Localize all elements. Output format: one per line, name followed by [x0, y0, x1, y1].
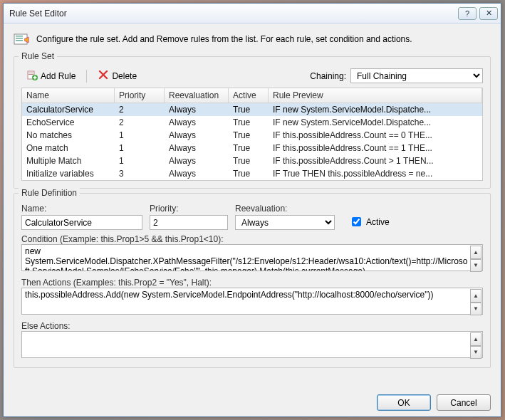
svg-rect-6	[28, 74, 33, 75]
priority-input[interactable]	[150, 215, 228, 230]
cell-name: Initialize variables	[22, 167, 115, 180]
help-button[interactable]: ?	[458, 7, 477, 20]
content-area: Configure the rule set. Add and Remove r…	[4, 23, 501, 389]
else-label: Else Actions:	[21, 321, 483, 331]
cell-name: EchoService	[22, 116, 115, 129]
cell-preview: IF new System.ServiceModel.Dispatche...	[269, 103, 482, 116]
chaining-select[interactable]: Full Chaining	[350, 68, 483, 83]
add-rule-icon	[26, 69, 38, 83]
active-checkbox[interactable]	[352, 217, 361, 226]
cell-active: True	[229, 142, 269, 154]
cell-reeval: Always	[165, 154, 229, 167]
svg-rect-3	[16, 40, 23, 41]
col-preview[interactable]: Rule Preview	[269, 88, 482, 103]
cell-reeval: Always	[165, 142, 229, 154]
grid-header: Name Priority Reevaluation Active Rule P…	[22, 88, 482, 103]
rules-grid: Name Priority Reevaluation Active Rule P…	[21, 88, 483, 181]
then-spinner[interactable]: ▲▼	[470, 289, 481, 315]
name-label: Name:	[21, 204, 142, 214]
svg-rect-9	[33, 77, 37, 78]
col-reeval[interactable]: Reevaluation	[165, 88, 229, 103]
table-row[interactable]: EchoService2AlwaysTrueIF new System.Serv…	[22, 116, 482, 129]
table-row[interactable]: Multiple Match1AlwaysTrueIF this.possibl…	[22, 154, 482, 167]
intro-row: Configure the rule set. Add and Remove r…	[14, 29, 491, 52]
delete-label: Delete	[112, 71, 137, 81]
table-row[interactable]: CalculatorService2AlwaysTrueIF new Syste…	[22, 103, 482, 116]
svg-rect-1	[16, 36, 23, 37]
svg-rect-5	[28, 73, 33, 73]
cell-active: True	[229, 167, 269, 180]
add-rule-button[interactable]: Add Rule	[21, 67, 80, 85]
cell-name: CalculatorService	[22, 103, 115, 116]
cell-name: No matches	[22, 129, 115, 142]
else-textarea[interactable]	[21, 331, 483, 358]
else-spinner[interactable]: ▲▼	[470, 332, 481, 359]
window-title: Rule Set Editor	[9, 9, 455, 19]
col-priority[interactable]: Priority	[115, 88, 165, 103]
toolbar: Add Rule Delete Chaining: Full Chaining	[21, 67, 483, 85]
cell-active: True	[229, 116, 269, 129]
close-button[interactable]: ✕	[479, 7, 498, 20]
toolbar-separator	[86, 70, 87, 83]
cell-priority: 1	[115, 142, 165, 154]
chaining-row: Chaining: Full Chaining	[310, 68, 483, 83]
ruleset-group: Rule Set Add Rule Delete Chaining: Full …	[14, 56, 491, 189]
cell-priority: 2	[115, 103, 165, 116]
ok-button[interactable]: OK	[377, 394, 431, 411]
table-row[interactable]: No matches1AlwaysTrueIF this.possibleAdd…	[22, 129, 482, 142]
col-active[interactable]: Active	[229, 88, 269, 103]
cell-preview: IF True THEN this.possibleAddress = ne..…	[269, 167, 482, 180]
cell-preview: IF this.possibleAddress.Count > 1 THEN..…	[269, 154, 482, 167]
condition-textarea[interactable]: new System.ServiceModel.Dispatcher.XPath…	[21, 244, 483, 271]
cell-preview: IF new System.ServiceModel.Dispatche...	[269, 116, 482, 129]
delete-button[interactable]: Delete	[93, 67, 142, 85]
cell-name: One match	[22, 142, 115, 154]
cell-reeval: Always	[165, 129, 229, 142]
rule-definition-group: Rule Definition Name: Priority: Reevalua…	[14, 193, 491, 368]
chaining-label: Chaining:	[310, 71, 346, 81]
dialog-window: Rule Set Editor ? ✕ Configure the rule s…	[3, 3, 501, 417]
name-input[interactable]	[21, 215, 142, 230]
cell-active: True	[229, 103, 269, 116]
cell-priority: 1	[115, 154, 165, 167]
reeval-select[interactable]: Always	[235, 215, 335, 230]
cell-priority: 2	[115, 116, 165, 129]
cell-active: True	[229, 129, 269, 142]
add-rule-label: Add Rule	[41, 71, 76, 81]
intro-text: Configure the rule set. Add and Remove r…	[36, 34, 412, 44]
then-textarea[interactable]: this.possibleAddress.Add(new System.Serv…	[21, 288, 483, 315]
cell-priority: 1	[115, 129, 165, 142]
grid-body: CalculatorService2AlwaysTrueIF new Syste…	[22, 103, 482, 180]
cell-active: True	[229, 154, 269, 167]
cell-preview: IF this.possibleAddress.Count == 0 THE..…	[269, 129, 482, 142]
reeval-label: Reevaluation:	[235, 204, 342, 214]
cell-reeval: Always	[165, 167, 229, 180]
cell-priority: 3	[115, 167, 165, 180]
cell-reeval: Always	[165, 103, 229, 116]
table-row[interactable]: One match1AlwaysTrueIF this.possibleAddr…	[22, 142, 482, 154]
active-label: Active	[366, 217, 390, 227]
definition-row: Name: Priority: Reevaluation: Always Act…	[21, 204, 483, 230]
cell-reeval: Always	[165, 116, 229, 129]
cell-preview: IF this.possibleAddress.Count == 1 THE..…	[269, 142, 482, 154]
then-label: Then Actions (Examples: this.Prop2 = "Ye…	[21, 278, 483, 288]
svg-rect-2	[16, 38, 23, 39]
ruleset-group-title: Rule Set	[19, 51, 57, 61]
ruleset-icon	[14, 31, 31, 48]
table-row[interactable]: Initialize variables3AlwaysTrueIF True T…	[22, 167, 482, 180]
delete-icon	[98, 69, 109, 83]
cancel-button[interactable]: Cancel	[437, 394, 491, 411]
priority-label: Priority:	[150, 204, 228, 214]
condition-label: Condition (Example: this.Prop1>5 && this…	[21, 234, 483, 244]
dialog-footer: OK Cancel	[4, 389, 501, 416]
cell-name: Multiple Match	[22, 154, 115, 167]
titlebar: Rule Set Editor ? ✕	[4, 4, 501, 23]
col-name[interactable]: Name	[22, 88, 115, 103]
rule-definition-title: Rule Definition	[19, 188, 80, 198]
condition-spinner[interactable]: ▲▼	[470, 246, 481, 272]
